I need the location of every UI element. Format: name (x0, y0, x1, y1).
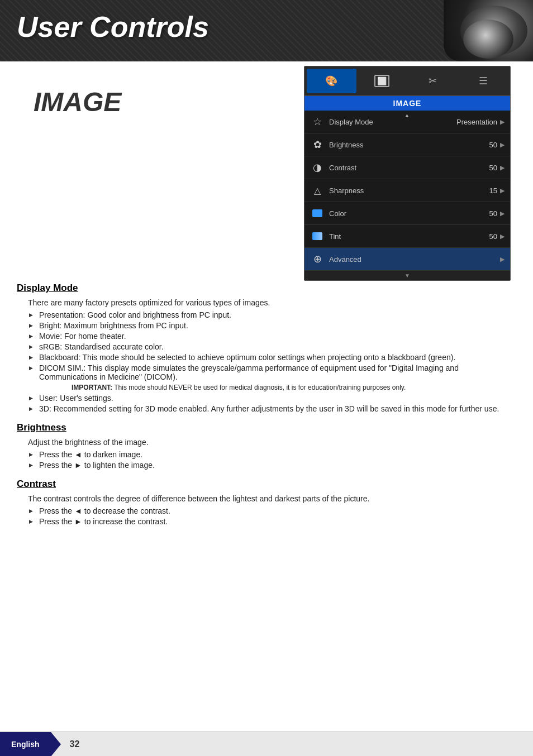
contrast-label: Contrast (329, 164, 489, 172)
contrast-value: 50 (489, 164, 497, 172)
display-mode-list: Presentation: Good color and brightness … (39, 310, 516, 413)
section-title-contrast: Contrast (17, 479, 516, 490)
osd-tab-image[interactable]: 🎨 (307, 69, 356, 93)
list-item: 3D: Recommended setting for 3D mode enab… (39, 404, 516, 413)
sharpness-icon: △ (310, 183, 325, 198)
osd-row-contrast[interactable]: ◑ Contrast 50 ▶ (304, 156, 510, 179)
contrast-arrow: ▶ (500, 164, 505, 171)
tint-value: 50 (489, 232, 497, 241)
list-item: Presentation: Good color and brightness … (39, 310, 516, 319)
osd-row-brightness[interactable]: ✿ Brightness 50 ▶ (304, 133, 510, 156)
list-item: Bright: Maximum brightness from PC input… (39, 321, 516, 330)
lens-inner2 (463, 20, 513, 59)
contrast-list: Press the ◄ to decrease the contrast. Pr… (39, 506, 516, 526)
list-item: Press the ◄ to decrease the contrast. (39, 506, 516, 515)
brightness-value: 50 (489, 141, 497, 149)
footer-bar: English 32 (0, 731, 533, 756)
page-title: User Controls (17, 10, 209, 44)
osd-row-color[interactable]: Color 50 ▶ (304, 202, 510, 225)
star-icon: ☆ (310, 114, 325, 129)
footer-chevron (51, 732, 61, 757)
osd-panel: 🎨 ⬜ ✂ ☰ IMAGE ☆ Display Mode Presentatio… (304, 66, 511, 281)
advanced-icon: ⊕ (310, 252, 325, 266)
contrast-icon: ◑ (310, 160, 325, 175)
list-item: Press the ► to lighten the image. (39, 461, 516, 470)
osd-tab-settings[interactable]: ☰ (459, 69, 508, 93)
osd-tabs: 🎨 ⬜ ✂ ☰ (304, 66, 510, 96)
color-icon (310, 206, 325, 221)
advanced-label: Advanced (329, 255, 497, 264)
list-item: Press the ► to increase the contrast. (39, 517, 516, 526)
list-item: Movie: For home theater. (39, 332, 516, 341)
color-arrow: ▶ (500, 210, 505, 217)
osd-row-sharpness[interactable]: △ Sharpness 15 ▶ (304, 179, 510, 202)
brightness-label: Brightness (329, 141, 489, 149)
contrast-intro: The contrast controls the degree of diff… (28, 494, 516, 503)
list-icon: ☰ (479, 75, 488, 87)
display-icon: ⬜ (374, 75, 389, 87)
color-value: 50 (489, 209, 497, 218)
list-item: DICOM SIM.: This display mode simulates … (39, 363, 516, 391)
list-item: Press the ◄ to darken image. (39, 450, 516, 459)
tint-arrow: ▶ (500, 233, 505, 240)
list-item: sRGB: Standardised accurate color. (39, 342, 516, 351)
osd-row-advanced[interactable]: ⊕ Advanced ▶ (304, 248, 510, 271)
display-mode-intro: There are many factory presets optimized… (28, 298, 516, 307)
brightness-list: Press the ◄ to darken image. Press the ►… (39, 450, 516, 470)
advanced-arrow: ▶ (500, 256, 505, 263)
footer-page-number: 32 (70, 739, 80, 749)
display-mode-value: Presentation (456, 118, 497, 126)
palette-icon: 🎨 (325, 75, 337, 87)
tint-icon (310, 229, 325, 243)
sharpness-value: 15 (489, 186, 497, 195)
display-mode-arrow: ▶ (500, 118, 505, 126)
footer-language: English (0, 732, 51, 756)
brightness-icon: ✿ (310, 137, 325, 152)
list-item: User: User's settings. (39, 394, 516, 403)
display-mode-label: Display Mode (329, 118, 456, 126)
scissors-icon: ✂ (429, 75, 437, 87)
section-title-brightness: Brightness (17, 422, 516, 433)
osd-row-tint[interactable]: Tint 50 ▶ (304, 225, 510, 248)
tint-label: Tint (329, 232, 489, 241)
brightness-arrow: ▶ (500, 141, 505, 149)
lens-decoration (444, 0, 533, 61)
lens-inner (460, 6, 527, 56)
osd-tab-tools[interactable]: ✂ (408, 69, 458, 93)
list-item: Blackboard: This mode should be selected… (39, 353, 516, 362)
color-label: Color (329, 209, 489, 218)
important-note: IMPORTANT: This mode should NEVER be use… (72, 384, 516, 391)
sharpness-arrow: ▶ (500, 187, 505, 194)
main-content: Display Mode There are many factory pres… (17, 274, 516, 528)
sharpness-label: Sharpness (329, 186, 489, 195)
image-section-label: IMAGE (34, 87, 121, 117)
osd-header: IMAGE (304, 96, 510, 111)
osd-tab-display[interactable]: ⬜ (358, 69, 407, 93)
brightness-intro: Adjust the brightness of the image. (28, 438, 516, 447)
important-label: IMPORTANT: (72, 384, 112, 391)
section-title-display-mode: Display Mode (17, 283, 516, 294)
